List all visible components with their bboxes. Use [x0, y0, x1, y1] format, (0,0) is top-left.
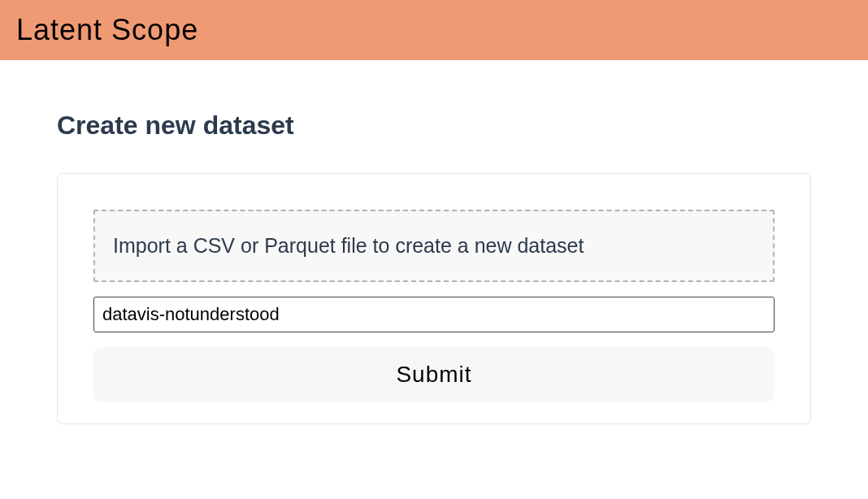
page-title: Create new dataset — [57, 111, 811, 141]
file-dropzone[interactable]: Import a CSV or Parquet file to create a… — [93, 210, 775, 282]
main-content: Create new dataset Import a CSV or Parqu… — [0, 62, 868, 424]
dropzone-instruction-text: Import a CSV or Parquet file to create a… — [113, 234, 755, 258]
app-logo: Latent Scope — [16, 13, 852, 47]
submit-button[interactable]: Submit — [93, 347, 775, 402]
dataset-name-input[interactable] — [93, 297, 775, 332]
app-header: Latent Scope — [0, 0, 868, 62]
create-dataset-card: Import a CSV or Parquet file to create a… — [57, 173, 811, 424]
